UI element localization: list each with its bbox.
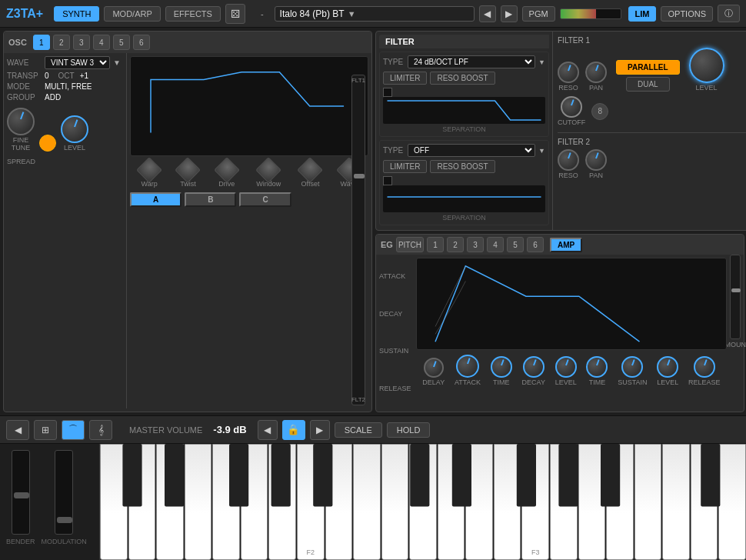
white-key-15[interactable] [550,444,578,560]
flt1-slider[interactable]: FLT1 FLT2 [351,75,365,405]
eg-level-decay-knob[interactable] [555,356,577,378]
window-knob[interactable] [255,157,281,183]
white-key-11[interactable] [409,444,437,560]
filter1-checkbox[interactable] [383,88,392,97]
lim-button[interactable]: LIM [628,6,657,22]
kb-back-button[interactable]: ◀ [6,420,29,440]
white-key-4[interactable] [185,444,212,560]
offset-knob[interactable] [298,157,324,183]
eg-decay-knob[interactable] [523,356,545,378]
filter2-reso-knob[interactable] [558,149,579,171]
white-key-f2[interactable]: F2 [297,444,325,560]
eg-tab-6[interactable]: 6 [527,237,544,252]
white-key-5[interactable] [212,444,240,560]
filter1-reso-boost-btn[interactable]: RESO BOOST [430,72,495,85]
white-key-6[interactable] [241,444,268,560]
white-key-9[interactable] [353,444,381,560]
white-key-19[interactable] [662,444,690,560]
white-key-14[interactable] [494,444,521,560]
bender-slider[interactable] [12,450,30,535]
prev-preset-button[interactable]: ◀ [479,5,496,22]
eg-tab-amp[interactable]: AMP [550,238,582,252]
modulation-slider[interactable] [55,450,73,535]
white-key-18[interactable] [634,444,662,560]
osc-tab-4[interactable]: 4 [93,35,110,50]
filter1-dropdown[interactable]: 24 dB/OCT LPF [408,55,535,68]
filter1-pan-knob[interactable] [585,62,607,83]
lock-button[interactable]: 🔒 [282,420,305,440]
white-key-7[interactable] [268,444,296,560]
white-key-12[interactable] [438,444,465,560]
filter1-limiter-btn[interactable]: LIMITER [383,72,427,85]
wave-dropdown[interactable]: VINT SAW 3 [45,56,110,69]
filter2-reso-boost-btn[interactable]: RESO BOOST [430,160,495,173]
eg-attack-knob[interactable] [456,355,479,378]
osc-tab-1[interactable]: 1 [33,35,50,50]
kb-grid-button[interactable]: ⊞ [34,420,57,440]
twist-knob[interactable] [175,157,201,183]
white-key-20[interactable] [691,444,718,560]
eg-release-knob[interactable] [694,356,715,378]
eg-tab-3[interactable]: 3 [467,237,484,252]
eg-sustain-knob[interactable] [621,356,643,378]
tab-effects[interactable]: EFFECTS [165,6,221,22]
white-key-1[interactable] [100,444,128,560]
fine-tune-knob[interactable] [7,108,35,135]
options-button[interactable]: OPTIONS [661,6,713,22]
filter-cutoff-level-knob[interactable] [689,48,724,83]
dual-btn[interactable]: DUAL [626,77,670,92]
eg-tab-5[interactable]: 5 [507,237,524,252]
white-key-16[interactable] [578,444,606,560]
eg-tab-1[interactable]: 1 [427,237,444,252]
osc-tab-3[interactable]: 3 [73,35,90,50]
eg-tab-2[interactable]: 2 [447,237,464,252]
osc-tab-2[interactable]: 2 [53,35,70,50]
pgm-button[interactable]: PGM [522,6,555,22]
eg-amount-slider[interactable] [730,255,741,339]
morph-tab-c[interactable]: C [239,192,291,207]
morph-tab-a[interactable]: A [130,192,182,207]
wave-arrow[interactable]: ▼ [113,58,121,67]
warp-knob[interactable] [136,157,162,183]
white-key-3[interactable] [156,444,184,560]
tab-modarp[interactable]: MOD/ARP [104,6,160,22]
next-preset-button[interactable]: ▶ [501,5,518,22]
white-key-2[interactable] [128,444,156,560]
vol-next-button[interactable]: ▶ [310,420,330,440]
filter-link-btn[interactable]: 8 [591,103,608,120]
parallel-btn[interactable]: PARALLEL [616,60,680,75]
kb-piano-button[interactable]: 𝄞 [89,420,112,440]
eg-level-sustain-knob[interactable] [657,356,678,378]
eg-time-decay-knob[interactable] [491,356,512,378]
tab-synth[interactable]: SYNTH [54,6,99,22]
eg-delay-knob[interactable] [424,358,444,378]
eg-time-sustain-knob[interactable] [586,356,608,378]
info-button[interactable]: ⓘ [718,5,740,22]
osc-tab-6[interactable]: 6 [133,35,150,50]
morph-tab-b[interactable]: B [185,192,236,207]
kb-wave-button[interactable]: ⌒ [62,420,85,440]
osc-power-toggle[interactable] [39,135,56,152]
filter2-dropdown[interactable]: OFF [408,144,535,157]
scale-button[interactable]: SCALE [335,422,382,438]
filter2-checkbox[interactable] [383,176,392,185]
white-key-f3[interactable]: F3 [521,444,549,560]
hold-button[interactable]: HOLD [387,422,431,438]
filter2-pan-knob[interactable] [585,149,607,171]
cutoff-knob[interactable] [561,96,582,118]
dice-button[interactable]: ⚄ [225,4,245,24]
filter1-reso-knob[interactable] [558,62,579,83]
white-key-8[interactable] [325,444,353,560]
filter2-arrow[interactable]: ▼ [538,147,545,155]
filter1-arrow[interactable]: ▼ [538,58,545,66]
osc-tab-5[interactable]: 5 [113,35,130,50]
eg-tab-4[interactable]: 4 [487,237,504,252]
drive-knob[interactable] [214,157,240,183]
white-key-17[interactable] [606,444,634,560]
white-key-21[interactable] [718,444,746,560]
filter2-limiter-btn[interactable]: LIMITER [383,160,427,173]
vol-prev-button[interactable]: ◀ [258,420,278,440]
osc-level-knob[interactable] [61,115,88,143]
eg-tab-pitch[interactable]: PITCH [396,237,424,252]
white-key-10[interactable] [381,444,409,560]
